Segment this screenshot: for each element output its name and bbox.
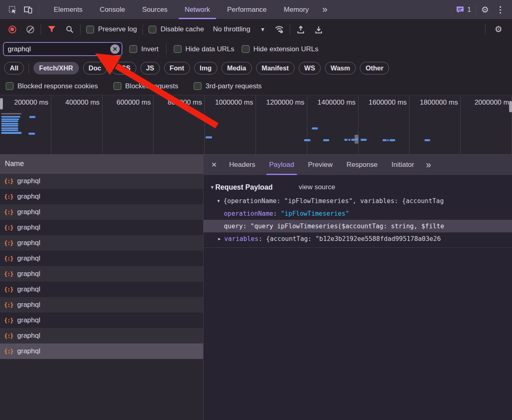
main-tabs: ElementsConsoleSourcesNetworkPerformance… xyxy=(45,0,317,19)
detail-tab-response[interactable]: Response xyxy=(339,155,385,175)
clear-network-log-icon[interactable] xyxy=(23,22,37,37)
waterfall-bar xyxy=(206,136,212,138)
expand-triangle-icon[interactable]: ▼ xyxy=(217,199,220,203)
timeline-right-handle xyxy=(509,101,512,112)
blocked-response-cookies-checkbox[interactable] xyxy=(6,82,13,90)
request-row[interactable]: {:}graphql xyxy=(0,297,203,313)
name-column-header[interactable]: Name xyxy=(0,155,203,173)
request-row[interactable]: {:}graphql xyxy=(0,189,203,204)
type-chip-css[interactable]: CSS xyxy=(111,62,136,74)
type-chip-wasm[interactable]: Wasm xyxy=(325,62,356,74)
request-row[interactable]: {:}graphql xyxy=(0,282,203,297)
close-detail-icon[interactable]: × xyxy=(206,160,222,170)
request-row[interactable]: {:}graphql xyxy=(0,235,203,251)
tab-console[interactable]: Console xyxy=(91,0,133,19)
filter-input[interactable] xyxy=(3,42,122,56)
type-chip-other[interactable]: Other xyxy=(360,62,389,74)
detail-tabs: HeadersPayloadPreviewResponseInitiator xyxy=(222,155,421,175)
view-source-link[interactable]: view source xyxy=(299,183,335,191)
request-row[interactable]: {:}graphql xyxy=(0,313,203,328)
tab-sources[interactable]: Sources xyxy=(133,0,176,19)
type-chip-img[interactable]: Img xyxy=(194,62,217,74)
timeline-column: 1000000 ms xyxy=(205,95,256,154)
timeline-column: 1200000 ms xyxy=(256,95,307,154)
kebab-menu-icon[interactable]: ⋮ xyxy=(494,5,507,15)
waterfall-bar xyxy=(387,139,389,141)
request-row[interactable]: {:}graphql xyxy=(0,204,203,220)
hide-data-urls-checkbox[interactable] xyxy=(174,45,182,53)
collapse-triangle-icon[interactable]: ▼ xyxy=(210,185,214,190)
request-row[interactable]: {:}graphql xyxy=(0,328,203,343)
waterfall-bar xyxy=(1,116,20,118)
type-chip-font[interactable]: Font xyxy=(164,62,190,74)
payload-row-operation-name[interactable]: operationName: "ipFlowTimeseries" xyxy=(203,207,512,220)
more-panels-icon[interactable]: » xyxy=(317,4,332,15)
type-chip-manifest[interactable]: Manifest xyxy=(256,62,295,74)
detail-tab-bar: × HeadersPayloadPreviewResponseInitiator… xyxy=(203,155,512,175)
divider xyxy=(142,24,143,35)
hide-extension-urls-checkbox[interactable] xyxy=(242,45,249,53)
detail-tab-headers[interactable]: Headers xyxy=(222,155,262,175)
filter-funnel-icon[interactable] xyxy=(44,22,59,37)
timeline-tick-label: 200000 ms xyxy=(0,95,51,107)
request-name: graphql xyxy=(17,332,40,340)
type-chip-fetch-xhr[interactable]: Fetch/XHR xyxy=(33,62,79,74)
record-button[interactable] xyxy=(5,22,20,37)
payload-root-row[interactable]: ▼ {operationName: "ipFlowTimeseries", va… xyxy=(203,195,512,207)
3rd-party-requests-checkbox[interactable] xyxy=(194,82,201,90)
device-toolbar-icon[interactable] xyxy=(20,2,36,18)
json-braces-icon: {:} xyxy=(4,317,13,324)
tab-elements[interactable]: Elements xyxy=(45,0,91,19)
divider xyxy=(166,44,166,55)
issues-button[interactable]: 1 xyxy=(451,6,476,14)
type-chip-doc[interactable]: Doc xyxy=(83,62,107,74)
invert-checkbox[interactable] xyxy=(129,45,137,53)
tab-performance[interactable]: Performance xyxy=(219,0,275,19)
extra-filter-row: Blocked response cookiesBlocked requests… xyxy=(0,77,512,95)
payload-row-query[interactable]: query: "query ipFlowTimeseries($accountT… xyxy=(203,220,512,232)
tab-memory[interactable]: Memory xyxy=(275,0,317,19)
type-chip-ws[interactable]: WS xyxy=(299,62,321,74)
settings-gear-icon[interactable]: ⚙ xyxy=(476,5,494,15)
request-name: graphql xyxy=(17,239,40,247)
blocked-requests-checkbox[interactable] xyxy=(114,82,121,90)
type-chip-media[interactable]: Media xyxy=(221,62,252,74)
request-row[interactable]: {:}graphql xyxy=(0,266,203,282)
request-row[interactable]: {:}graphql xyxy=(0,251,203,266)
waterfall-bar xyxy=(1,123,18,125)
network-settings-gear-icon[interactable]: ⚙ xyxy=(490,24,507,34)
more-detail-tabs-icon[interactable]: » xyxy=(421,160,435,171)
request-name: graphql xyxy=(17,192,40,201)
request-row[interactable]: {:}graphql xyxy=(0,173,203,189)
throttling-dropdown[interactable]: No throttling ▼ xyxy=(210,25,269,33)
tab-network[interactable]: Network xyxy=(176,0,219,19)
disable-cache-checkbox[interactable] xyxy=(149,26,156,33)
import-har-icon[interactable] xyxy=(293,22,308,37)
payload-row-variables[interactable]: ▶ variables: {accountTag: "b12e3b2192ee5… xyxy=(203,232,512,245)
divider xyxy=(290,24,290,35)
waterfall-bar xyxy=(29,116,35,118)
type-chip-all[interactable]: All xyxy=(4,62,24,74)
network-conditions-icon[interactable] xyxy=(272,22,287,37)
network-overview-timeline[interactable]: 200000 ms400000 ms600000 ms800000 ms1000… xyxy=(0,95,512,155)
request-row[interactable]: {:}graphql xyxy=(0,343,203,359)
hide-extension-urls-label: Hide extension URLs xyxy=(254,45,319,53)
timeline-column: 1800000 ms xyxy=(409,95,461,154)
waterfall-bar-gray xyxy=(1,113,22,114)
clear-filter-icon[interactable]: ✕ xyxy=(110,44,120,54)
detail-tab-initiator[interactable]: Initiator xyxy=(385,155,421,175)
preserve-log-checkbox[interactable] xyxy=(86,26,94,33)
detail-tab-payload[interactable]: Payload xyxy=(262,155,301,175)
detail-tab-preview[interactable]: Preview xyxy=(301,155,339,175)
inspect-element-icon[interactable] xyxy=(5,2,20,18)
export-har-icon[interactable] xyxy=(311,22,326,37)
request-row[interactable]: {:}graphql xyxy=(0,220,203,235)
waterfall-bar xyxy=(323,139,329,141)
waterfall-bar xyxy=(1,118,19,120)
type-chip-js[interactable]: JS xyxy=(140,62,160,74)
timeline-tick-label: 800000 ms xyxy=(153,95,204,107)
expand-triangle-icon[interactable]: ▶ xyxy=(218,236,221,241)
timeline-tick-label: 600000 ms xyxy=(103,95,153,107)
divider xyxy=(485,24,486,35)
search-icon[interactable] xyxy=(62,22,77,37)
